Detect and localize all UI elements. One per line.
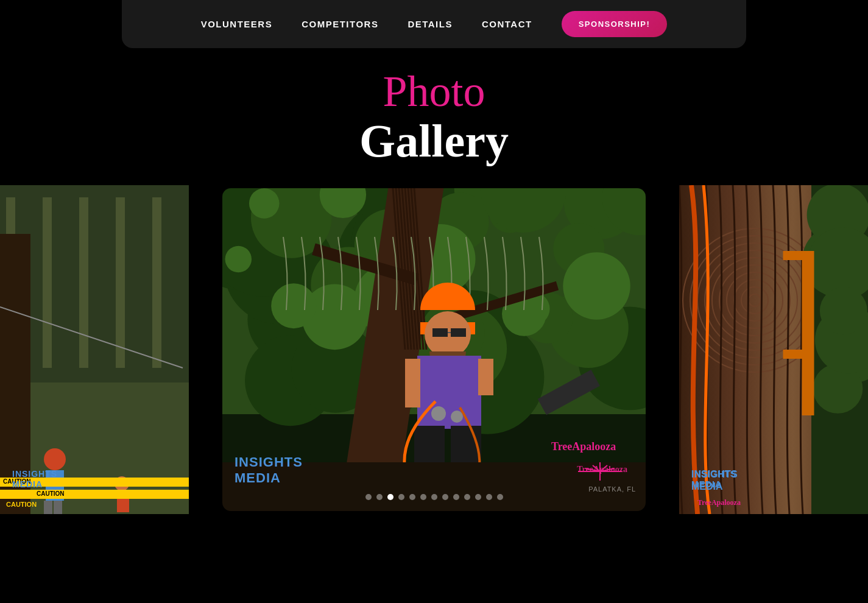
slideshow-dot-5[interactable] xyxy=(420,494,426,500)
slide-right: INSIGHTSMEDIA xyxy=(679,185,868,514)
watermark-right: INSIGHTSMEDIA xyxy=(691,469,736,490)
slide-left: INSIGHTSMEDIA CAUTION xyxy=(0,185,189,514)
slideshow-dot-6[interactable] xyxy=(431,494,437,500)
watermark-left: INSIGHTSMEDIA xyxy=(12,469,57,490)
slideshow-dot-1[interactable] xyxy=(376,494,383,500)
main-slide: INSIGHTSMEDIA PALATKA, FL TreeApalooza xyxy=(222,188,646,511)
slideshow-dot-0[interactable] xyxy=(365,494,372,500)
slideshow-dot-12[interactable] xyxy=(497,494,503,500)
slideshow-dot-11[interactable] xyxy=(486,494,492,500)
nav-details[interactable]: DETAILS xyxy=(408,19,453,29)
navigation: VOLUNTEERS COMPETITORS DETAILS CONTACT S… xyxy=(122,0,746,48)
heading-gallery: Gallery xyxy=(0,116,868,167)
slideshow-dot-8[interactable] xyxy=(453,494,459,500)
sponsorship-button[interactable]: SPONSORSHIP! xyxy=(562,11,668,37)
slideshow-dot-10[interactable] xyxy=(475,494,481,500)
watermark-main: INSIGHTSMEDIA xyxy=(235,454,303,487)
gallery-heading: Photo Gallery xyxy=(0,68,868,167)
slideshow-dot-2[interactable] xyxy=(387,494,393,500)
location-tag: PALATKA, FL xyxy=(588,485,636,493)
nav-competitors[interactable]: COMPETITORS xyxy=(302,19,378,29)
slideshow-dot-3[interactable] xyxy=(398,494,404,500)
slideshow-dot-4[interactable] xyxy=(409,494,415,500)
slideshow-container: INSIGHTSMEDIA CAUTION INSIGHTSMEDIA PALA… xyxy=(0,185,868,514)
nav-volunteers[interactable]: VOLUNTEERS xyxy=(201,19,273,29)
slideshow-dot-7[interactable] xyxy=(442,494,448,500)
treapalooza-logo: TreeApalooza xyxy=(577,465,627,474)
nav-contact[interactable]: CONTACT xyxy=(482,19,532,29)
heading-photo: Photo xyxy=(0,68,868,116)
slideshow-dot-9[interactable] xyxy=(464,494,470,500)
slideshow-dots xyxy=(365,494,503,500)
